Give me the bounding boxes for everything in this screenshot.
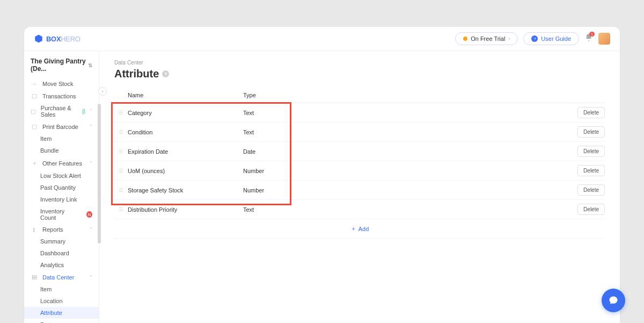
sidebar-item-attribute[interactable]: Attribute (24, 307, 99, 319)
sidebar-item-purchase-sales[interactable]: ▢Purchase & Salesβ˅ (24, 102, 99, 120)
sidebar-item-label: Data Center (42, 274, 74, 281)
delete-button[interactable]: Delete (577, 204, 605, 215)
sidebar-item-summary[interactable]: Summary (24, 235, 99, 247)
sidebar-item-label: Print Barcode (42, 124, 78, 130)
chevron-right-icon: › (508, 36, 510, 41)
chevron-down-icon: ˅ (90, 109, 92, 114)
sidebar-item-move-stock[interactable]: →Move Stock (24, 78, 99, 90)
sidebar-item-location[interactable]: Location (24, 295, 99, 307)
chevron-up-icon: ˄ (90, 124, 92, 130)
delete-button[interactable]: Delete (577, 107, 605, 118)
sidebar-item-label: Purchase & Sales (41, 105, 77, 118)
sidebar-item-inventory-link[interactable]: Inventory Link (24, 193, 99, 205)
table-row: ☰ConditionTextDelete (114, 123, 605, 142)
sidebar-item-label: Other Features (42, 160, 82, 167)
table-row: ☰Expiration DateDateDelete (114, 142, 605, 161)
delete-button[interactable]: Delete (577, 126, 605, 138)
sidebar-item-analytics[interactable]: Analytics (24, 259, 99, 271)
chat-icon (608, 295, 619, 306)
attribute-type[interactable]: Number (243, 187, 577, 193)
sidebar-icon: ＋ (31, 159, 38, 167)
sidebar-item-item[interactable]: Item (24, 133, 99, 145)
delete-button[interactable]: Delete (577, 146, 605, 157)
sidebar-item-label: Summary (40, 238, 65, 245)
sidebar-item-bundle[interactable]: Bundle (24, 145, 99, 156)
drag-handle-icon[interactable]: ☰ (114, 168, 128, 174)
sidebar-item-past-quantity[interactable]: Past Quantity (24, 182, 99, 193)
sidebar-icon: ⫿ (31, 226, 38, 233)
sidebar-item-label: Dashboard (40, 250, 69, 256)
attribute-name[interactable]: Expiration Date (128, 148, 243, 155)
notifications-button[interactable]: 1 (584, 33, 593, 44)
question-icon: ? (531, 35, 538, 42)
free-trial-button[interactable]: On Free Trial › (455, 32, 518, 45)
sidebar-item-label: Low Stock Alert (40, 173, 81, 179)
sidebar-item-label: Past Quantity (40, 184, 76, 191)
topbar: BOXHERO On Free Trial › ? User Guide 1 (24, 27, 620, 51)
sidebar-item-label: Item (40, 135, 52, 142)
drag-handle-icon[interactable]: ☰ (114, 148, 128, 154)
sidebar-item-partners[interactable]: Partners (24, 319, 99, 323)
sidebar-item-label: Move Stock (42, 81, 73, 87)
attribute-name[interactable]: Category (128, 110, 243, 116)
info-icon[interactable]: ? (162, 70, 169, 77)
breadcrumb: Data Center (114, 60, 605, 66)
sidebar-item-transactions[interactable]: ▢Transactions (24, 90, 99, 102)
sidebar-item-item[interactable]: Item (24, 283, 99, 295)
table-row: ☰UoM (ounces)NumberDelete (114, 161, 605, 181)
table-row: ☰CategoryTextDelete (114, 103, 605, 123)
chevron-up-icon: ˄ (90, 161, 92, 166)
chevron-up-icon: ˄ (90, 227, 92, 232)
attribute-name[interactable]: Condition (128, 129, 243, 135)
sort-icon: ⇅ (88, 62, 92, 68)
user-guide-label: User Guide (541, 35, 571, 42)
notification-badge: 1 (589, 32, 595, 37)
delete-button[interactable]: Delete (577, 165, 605, 176)
column-header-name: Name (114, 92, 243, 98)
attribute-type[interactable]: Text (243, 206, 577, 213)
sidebar-item-low-stock-alert[interactable]: Low Stock Alert (24, 170, 99, 182)
team-selector[interactable]: The Giving Pantry (De... ⇅ (24, 58, 99, 78)
logo-text: BOXHERO (46, 35, 80, 43)
attribute-type[interactable]: Text (243, 129, 577, 135)
beta-badge: β (82, 109, 85, 114)
sidebar-icon: ▢ (31, 108, 36, 115)
sidebar-item-reports[interactable]: ⫿Reports˄ (24, 224, 99, 235)
sidebar-item-label: Reports (42, 226, 63, 233)
attribute-type[interactable]: Date (243, 148, 577, 155)
add-attribute-button[interactable]: ＋ Add (350, 225, 369, 233)
attribute-type[interactable]: Text (243, 110, 577, 116)
sidebar-item-label: Inventory Count (40, 208, 80, 221)
drag-handle-icon[interactable]: ☰ (114, 129, 128, 135)
drag-handle-icon[interactable]: ☰ (114, 187, 128, 193)
sidebar-item-label: Item (40, 286, 52, 292)
sidebar-icon: → (31, 81, 38, 87)
main-content: Data Center Attribute ? Name Type ☰Categ… (99, 51, 620, 323)
sidebar-scrollbar[interactable] (98, 104, 101, 243)
sidebar-item-print-barcode[interactable]: ▢Print Barcode˄ (24, 120, 99, 133)
sidebar-item-dashboard[interactable]: Dashboard (24, 247, 99, 259)
drag-handle-icon[interactable]: ☰ (114, 206, 128, 212)
chat-fab-button[interactable] (602, 289, 625, 312)
sidebar-item-inventory-count[interactable]: Inventory CountN (24, 205, 99, 224)
team-name: The Giving Pantry (De... (31, 58, 88, 73)
column-header-type: Type (243, 92, 573, 98)
attribute-type[interactable]: Number (243, 168, 577, 174)
attribute-name[interactable]: UoM (ounces) (128, 168, 243, 174)
sidebar-icon: ▢ (31, 92, 38, 99)
table-row: ☰Storage Safety StockNumberDelete (114, 181, 605, 200)
sidebar-collapse-button[interactable]: ‹ (98, 87, 107, 96)
sidebar-item-label: Attribute (40, 310, 62, 316)
add-label: Add (358, 226, 369, 232)
avatar[interactable] (598, 33, 610, 45)
logo[interactable]: BOXHERO (34, 34, 80, 44)
sidebar-item-label: Transactions (42, 93, 76, 99)
user-guide-button[interactable]: ? User Guide (523, 32, 579, 45)
attribute-name[interactable]: Storage Safety Stock (128, 187, 243, 193)
sidebar-item-other-features[interactable]: ＋Other Features˄ (24, 156, 99, 170)
drag-handle-icon[interactable]: ☰ (114, 110, 128, 116)
delete-button[interactable]: Delete (577, 184, 605, 196)
attribute-name[interactable]: Distribution Priority (128, 206, 243, 213)
sidebar-item-data-center[interactable]: ▤Data Center˄ (24, 271, 99, 283)
sidebar-item-label: Location (40, 298, 63, 304)
